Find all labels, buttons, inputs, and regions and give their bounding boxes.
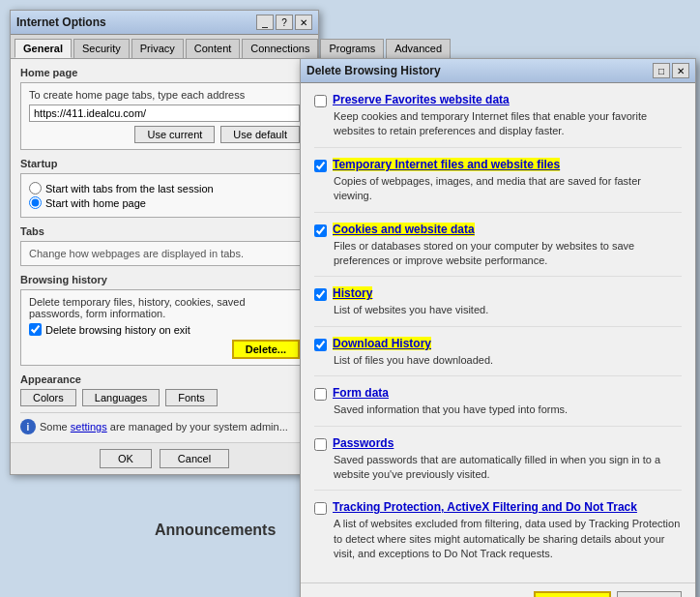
delete-dialog-resize-button[interactable]: □ (653, 63, 670, 78)
delete-main-button[interactable]: Delete (534, 591, 611, 597)
delete-dialog-titlebar-buttons: □ ✕ (653, 63, 689, 78)
delete-item-desc-cookies: Files or databases stored on your comput… (334, 239, 682, 269)
delete-button[interactable]: Delete... (232, 340, 300, 359)
colors-button[interactable]: Colors (20, 389, 76, 406)
delete-on-exit-label: Delete browsing history on exit (45, 324, 190, 336)
delete-items-container: Preserve Favorites website dataKeep cook… (314, 93, 682, 569)
delete-item-temp_files: Temporary Internet files and website fil… (314, 158, 682, 213)
delete-dialog-footer: About deleting browsing history Delete C… (301, 582, 695, 597)
delete-item-desc-history: List of websites you have visited. (334, 303, 682, 317)
delete-footer-buttons: Delete Cancel (534, 591, 682, 597)
delete-item-preserve: Preserve Favorites website dataKeep cook… (314, 93, 682, 148)
delete-dialog-content: Preserve Favorites website dataKeep cook… (301, 83, 695, 582)
ok-button[interactable]: OK (100, 449, 152, 468)
delete-item-checkbox-preserve[interactable] (314, 95, 327, 107)
homepage-buttons: Use current Use default (29, 126, 300, 143)
delete-item-checkbox-cookies[interactable] (314, 224, 327, 237)
delete-btn-row: Delete... (29, 340, 300, 359)
tab-advanced[interactable]: Advanced (386, 39, 451, 58)
help-button[interactable]: ? (276, 15, 293, 30)
languages-button[interactable]: Languages (82, 389, 160, 406)
delete-item-title-history: History (333, 286, 372, 300)
delete-item-title-preserve: Preserve Favorites website data (333, 93, 510, 106)
homepage-description: To create home page tabs, type each addr… (29, 89, 300, 101)
internet-options-title: Internet Options (16, 15, 106, 29)
delete-item-desc-form_data: Saved information that you have typed in… (334, 403, 682, 417)
internet-options-dialog: Internet Options ⎯ ? ✕ General Security … (10, 10, 319, 475)
tabs-section: Change how webpages are displayed in tab… (20, 241, 308, 266)
delete-dialog-title: Delete Browsing History (306, 64, 441, 77)
delete-item-row-temp_files: Temporary Internet files and website fil… (314, 158, 682, 172)
delete-item-title-temp_files: Temporary Internet files and website fil… (333, 158, 560, 171)
startup-option1-row: Start with tabs from the last session (29, 182, 300, 194)
startup-section: Start with tabs from the last session St… (20, 173, 308, 218)
tab-programs[interactable]: Programs (320, 39, 384, 58)
delete-browsing-history-dialog: Delete Browsing History □ ✕ Preserve Fav… (300, 58, 696, 597)
delete-item-checkbox-passwords[interactable] (314, 438, 327, 451)
delete-item-checkbox-history[interactable] (314, 288, 327, 301)
info-text: Some settings are managed by your system… (40, 421, 288, 433)
tab-privacy[interactable]: Privacy (131, 39, 184, 58)
delete-item-desc-tracking: A list of websites excluded from filteri… (334, 517, 682, 561)
delete-item-title-form_data: Form data (333, 386, 389, 400)
homepage-section-label: Home page (20, 67, 308, 78)
tabs-section-label: Tabs (20, 225, 308, 237)
delete-item-title-cookies: Cookies and website data (333, 223, 475, 236)
titlebar-buttons: ⎯ ? ✕ (256, 15, 312, 30)
fonts-button[interactable]: Fonts (165, 389, 218, 406)
delete-item-row-passwords: Passwords (314, 436, 682, 451)
delete-item-desc-passwords: Saved passwords that are automatically f… (334, 453, 682, 483)
delete-item-checkbox-tracking[interactable] (314, 502, 327, 515)
close-button[interactable]: ✕ (295, 15, 312, 30)
delete-item-title-tracking: Tracking Protection, ActiveX Filtering a… (333, 500, 637, 514)
startup-section-label: Startup (20, 158, 308, 169)
delete-on-exit-row: Delete browsing history on exit (29, 323, 300, 336)
tab-general[interactable]: General (15, 39, 72, 58)
delete-item-download_history: Download HistoryList of files you have d… (314, 337, 682, 376)
homepage-input[interactable] (29, 104, 300, 122)
info-row: i Some settings are managed by your syst… (20, 412, 308, 434)
delete-item-history: HistoryList of websites you have visited… (314, 286, 682, 326)
internet-options-titlebar: Internet Options ⎯ ? ✕ (11, 11, 318, 35)
browsing-history-description: Delete temporary files, history, cookies… (29, 296, 300, 319)
delete-item-row-preserve: Preserve Favorites website data (314, 93, 682, 107)
homepage-section: To create home page tabs, type each addr… (20, 82, 308, 150)
delete-item-passwords: PasswordsSaved passwords that are automa… (314, 436, 682, 492)
delete-item-desc-temp_files: Copies of webpages, images, and media th… (334, 174, 682, 204)
use-current-button[interactable]: Use current (134, 126, 215, 143)
internet-options-footer: OK Cancel (11, 442, 318, 474)
delete-cancel-button[interactable]: Cancel (617, 591, 682, 597)
minimize-button[interactable]: ⎯ (256, 15, 274, 30)
appearance-section-label: Appearance (20, 373, 308, 385)
startup-radio1[interactable] (29, 182, 42, 194)
startup-radio2[interactable] (29, 196, 42, 209)
delete-item-row-history: History (314, 286, 682, 301)
tab-security[interactable]: Security (73, 39, 130, 58)
startup-option2-label: Start with home page (45, 197, 146, 209)
startup-option2-row: Start with home page (29, 196, 300, 209)
delete-item-row-download_history: Download History (314, 337, 682, 351)
delete-item-checkbox-download_history[interactable] (314, 339, 327, 351)
delete-item-checkbox-form_data[interactable] (314, 388, 327, 401)
settings-link[interactable]: settings (71, 421, 107, 433)
browsing-history-section: Delete temporary files, history, cookies… (20, 289, 308, 366)
delete-item-desc-preserve: Keep cookies and temporary Internet file… (334, 109, 682, 139)
delete-dialog-titlebar: Delete Browsing History □ ✕ (301, 59, 695, 83)
info-icon: i (20, 419, 36, 434)
delete-dialog-close-button[interactable]: ✕ (672, 63, 689, 78)
use-default-button[interactable]: Use default (220, 126, 300, 143)
tabs-description: Change how webpages are displayed in tab… (29, 248, 300, 259)
delete-item-row-form_data: Form data (314, 386, 682, 401)
delete-item-checkbox-temp_files[interactable] (314, 160, 327, 172)
delete-on-exit-checkbox[interactable] (29, 323, 42, 336)
delete-item-title-download_history: Download History (333, 337, 431, 350)
cancel-button[interactable]: Cancel (160, 449, 229, 468)
tab-connections[interactable]: Connections (242, 39, 318, 58)
startup-option1-label: Start with tabs from the last session (45, 183, 214, 194)
tab-content[interactable]: Content (186, 39, 241, 58)
announcements-label: Announcements (155, 522, 276, 539)
browsing-history-section-label: Browsing history (20, 274, 308, 285)
delete-item-desc-download_history: List of files you have downloaded. (334, 353, 682, 368)
delete-item-row-cookies: Cookies and website data (314, 223, 682, 237)
delete-item-form_data: Form dataSaved information that you have… (314, 386, 682, 426)
